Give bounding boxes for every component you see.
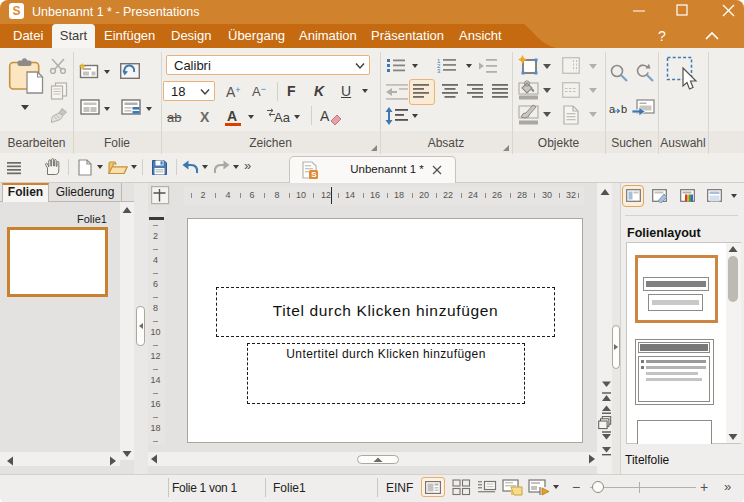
svg-text:3: 3 [437,68,441,73]
svg-text:S: S [311,170,317,179]
